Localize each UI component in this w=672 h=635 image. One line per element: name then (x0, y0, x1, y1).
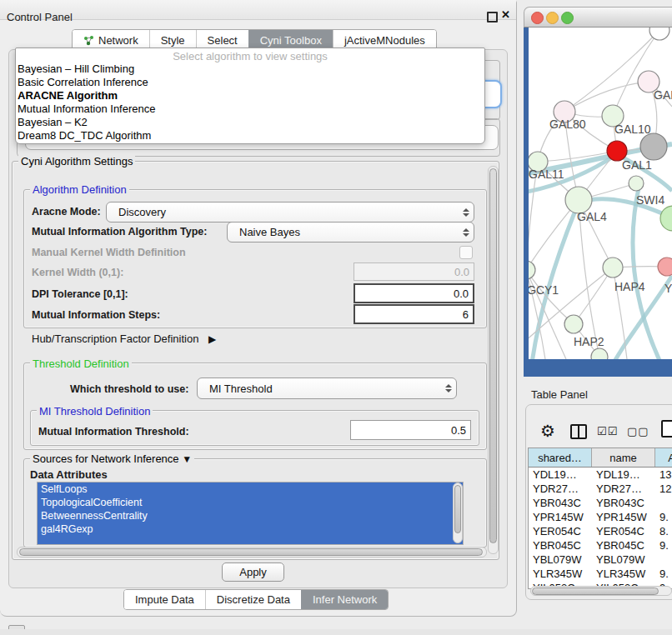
select-none-icon[interactable]: ▢▢ (627, 425, 649, 438)
table-row[interactable]: YLR345WYLR345W9. (529, 567, 672, 581)
tab-label: jActiveMNodules (344, 34, 425, 47)
sources-title-label: Sources for Network Inference (33, 452, 179, 465)
network-node-gray-node[interactable] (640, 133, 667, 160)
settings-group-title: Cyni Algorithm Settings (18, 155, 135, 168)
network-canvas[interactable]: GALGAL80GAL10GAL1GAL11SWI4GAL4YHAP4GCY1H… (529, 26, 672, 359)
attribute-item-betweennesscentrality[interactable]: BetweennessCentrality (38, 509, 463, 522)
network-edge[interactable] (564, 30, 659, 112)
network-canvas-svg: GALGAL80GAL10GAL1GAL11SWI4GAL4YHAP4GCY1H… (529, 26, 672, 359)
aracne-mode-value: Discovery (107, 206, 459, 218)
attributes-scrollbar-thumb[interactable] (454, 485, 461, 533)
attribute-item-selfloops[interactable]: SelfLoops (38, 482, 463, 496)
table-row[interactable]: YDR27…YDR27…12 (529, 482, 672, 496)
table-cell: YDL19… (529, 468, 592, 481)
algorithm-option-aracne-algorithm[interactable]: ARACNE Algorithm (16, 89, 484, 102)
table-row[interactable]: YER054CYER054C8. (529, 524, 672, 538)
zoom-traffic-light-icon[interactable] (561, 12, 574, 24)
dropdown-placeholder: Select algorithm to view settings (16, 48, 484, 62)
table-cell: YPR145W (592, 511, 655, 523)
network-node-hap4[interactable] (603, 258, 623, 278)
minimize-traffic-light-icon[interactable] (546, 12, 559, 24)
spinner-arrows-icon (459, 208, 474, 217)
apply-button[interactable]: Apply (222, 562, 284, 582)
network-node-hap2[interactable] (564, 315, 583, 333)
collapse-triangle-icon: ▼ (182, 453, 192, 465)
settings-scrollbar-thumb[interactable] (489, 168, 497, 543)
file-icon[interactable] (661, 420, 672, 438)
table-cell: YBR043C (592, 497, 655, 509)
control-panel-title: Control Panel (7, 11, 73, 23)
table-cell: YBR043C (529, 497, 592, 509)
sources-group-title[interactable]: Sources for Network Inference ▼ (30, 452, 194, 465)
network-node-label-swi4: SWI4 (636, 193, 664, 207)
network-node-big-green[interactable] (660, 206, 672, 231)
tab-impute-data[interactable]: Impute Data (124, 590, 205, 609)
table-row[interactable]: YDL19…YDL19…13 (529, 468, 672, 482)
table-row[interactable]: YBL079WYBL079W (529, 552, 672, 567)
attribute-item-topologicalcoefficient[interactable]: TopologicalCoefficient (38, 496, 463, 509)
mi-algorithm-type-select[interactable]: Naive Bayes (227, 222, 474, 242)
network-edge[interactable] (579, 200, 599, 357)
algorithm-option-mutual-information-inference[interactable]: Mutual Information Inference (16, 102, 484, 116)
table-body: YDL19…YDL19…13YDR27…YDR27…12YBR043CYBR04… (529, 468, 672, 588)
manual-kernel-width-checkbox[interactable] (459, 246, 473, 259)
dpi-tolerance-field[interactable]: 0.0 (354, 283, 474, 303)
table-header-row: shared…nameA (529, 448, 672, 468)
tab-label: Network (98, 34, 138, 47)
select-all-checked-icon[interactable]: ☑☑ (597, 425, 618, 438)
close-icon[interactable]: ✕ (501, 8, 510, 21)
network-edge[interactable] (530, 202, 579, 359)
table-row[interactable]: YPR145WYPR145W9. (529, 510, 672, 524)
column-header-shared[interactable]: shared… (529, 448, 592, 467)
hscrollbar-thumb[interactable] (19, 548, 483, 556)
tab-infer-network[interactable]: Infer Network (301, 590, 388, 609)
which-threshold-select[interactable]: MI Threshold (197, 378, 457, 399)
aracne-mode-select[interactable]: Discovery (106, 202, 474, 222)
algorithm-option-dream8-dc-tdc-algorithm[interactable]: Dream8 DC_TDC Algorithm (16, 129, 484, 142)
settings-gear-icon[interactable]: ⚙ (540, 421, 555, 441)
table-row[interactable]: YBR043CYBR043C (529, 496, 672, 510)
tab-label: Discretize Data (217, 593, 290, 606)
tab-label: Select (208, 34, 238, 47)
column-header-a[interactable]: A (655, 448, 672, 467)
algorithm-option-basic-correlation-inference[interactable]: Basic Correlation Inference (16, 76, 484, 89)
node-table: shared…nameA YDL19…YDL19…13YDR27…YDR27…1… (528, 448, 672, 589)
mi-threshold-label: Mutual Information Threshold: (38, 426, 189, 438)
settings-vertical-scrollbar[interactable] (488, 166, 499, 554)
data-attributes-label: Data Attributes (30, 468, 108, 481)
attributes-scrollbar[interactable] (453, 482, 463, 543)
tab-discretize-data[interactable]: Discretize Data (205, 590, 301, 609)
network-node-gcy1[interactable] (529, 261, 535, 279)
table-cell: YDR27… (592, 482, 655, 495)
tab-label: Cyni Toolbox (260, 34, 322, 47)
table-row[interactable]: YBR045CYBR045C9. (529, 538, 672, 552)
settings-horizontal-scrollbar[interactable] (17, 547, 487, 558)
close-traffic-light-icon[interactable] (531, 12, 544, 24)
network-window-titlebar[interactable] (524, 7, 672, 28)
hub-definition-toggle[interactable]: Hub/Transcription Factor Definition ▶ (32, 332, 216, 345)
attribute-item-partial[interactable] (38, 536, 463, 544)
mi-steps-field[interactable]: 6 (354, 304, 474, 324)
algorithm-option-bayesian-k2[interactable]: Bayesian – K2 (16, 116, 484, 129)
control-panel-titlebar[interactable] (0, 0, 516, 20)
network-node-label-hap2: HAP2 (574, 335, 604, 348)
app-root: Control Panel ✕ NetworkStyleSelectCyni T… (0, 0, 672, 635)
table-cell: 13 (655, 468, 672, 481)
column-header-name[interactable]: name (592, 448, 655, 467)
network-node-label-gal80: GAL80 (549, 118, 586, 131)
network-node-y[interactable] (658, 258, 672, 276)
table-cell: YBR045C (592, 539, 655, 552)
attribute-item-gal4rgexp[interactable]: gal4RGexp (38, 522, 463, 536)
table-hscrollbar-thumb[interactable] (532, 588, 659, 595)
split-view-icon[interactable] (570, 424, 587, 439)
table-cell: YBL079W (529, 553, 592, 566)
bottom-tab-bar: Impute DataDiscretize DataInfer Network (123, 589, 389, 610)
network-node-label-gal4: GAL4 (577, 210, 607, 223)
network-node-swi4[interactable] (629, 176, 644, 191)
kernel-width-field[interactable]: 0.0 (354, 262, 474, 281)
algorithm-option-bayesian-hill-climbing[interactable]: Bayesian – Hill Climbing (16, 62, 484, 76)
mi-threshold-field[interactable]: 0.5 (350, 420, 471, 440)
table-panel-title: Table Panel (531, 388, 588, 401)
table-horizontal-scrollbar[interactable] (530, 586, 672, 596)
float-window-icon[interactable] (487, 12, 498, 22)
